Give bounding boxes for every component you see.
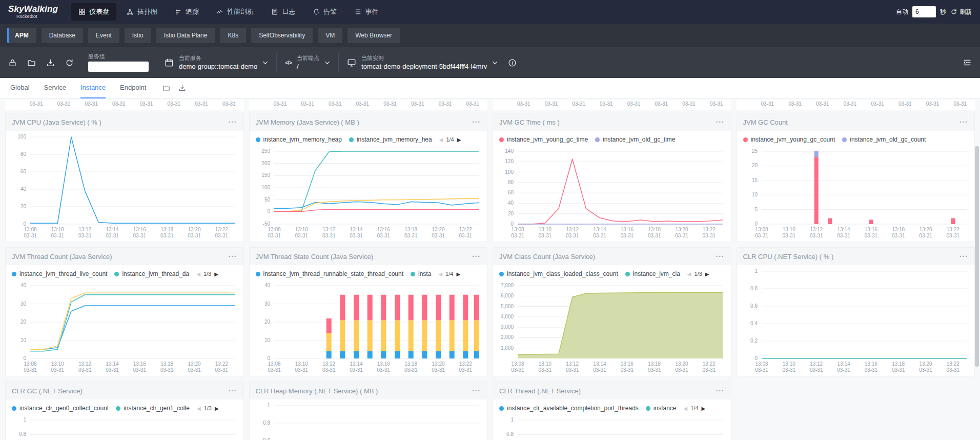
nav-item-event[interactable]: 事件 xyxy=(347,3,385,21)
chart-canvas[interactable]: 051015202513:0803-3113:1003-3113:1203-31… xyxy=(737,145,975,242)
chart-canvas[interactable]: 00.20.40.60.8113:0803-3113:1003-3113:120… xyxy=(493,414,731,440)
instance-selector[interactable]: 当前实例 tomcat-demo-deployment-5bdf44fff4-l… xyxy=(338,53,506,72)
legend-item[interactable]: instance_jvm_memory_heap xyxy=(256,136,342,143)
legend-next-icon[interactable]: ▶ xyxy=(457,137,461,143)
dashboard-tab-istio-data-plane[interactable]: Istio Data Plane xyxy=(156,28,215,43)
dashboard-tab-event[interactable]: Event xyxy=(88,28,119,43)
dashboard-tab-apm[interactable]: APM xyxy=(7,28,36,43)
legend-next-icon[interactable]: ▶ xyxy=(215,406,219,411)
legend-next-icon[interactable]: ▶ xyxy=(214,271,218,277)
chart-canvas[interactable]: 02040608010013:0803-3113:1003-3113:1203-… xyxy=(6,131,243,242)
card-menu-icon[interactable]: ··· xyxy=(229,118,237,126)
legend-item[interactable]: instance_jvm_young_gc_time xyxy=(499,136,588,143)
dashboard-tab-web-browser[interactable]: Web Browser xyxy=(348,28,400,43)
tab-endpoint[interactable]: Endpoint xyxy=(120,78,146,98)
legend-item[interactable]: instance_clr_gen1_colle xyxy=(116,405,190,412)
card-menu-icon[interactable]: ··· xyxy=(959,252,968,261)
lock-icon[interactable] xyxy=(8,58,17,67)
tab-service[interactable]: Service xyxy=(44,78,66,98)
card-menu-icon[interactable]: ··· xyxy=(716,252,725,261)
tab-instance[interactable]: Instance xyxy=(80,78,106,98)
legend-prev-icon[interactable]: ◀ xyxy=(684,406,688,411)
chevron-down-icon xyxy=(324,60,330,66)
nav-item-label: 事件 xyxy=(365,7,378,16)
card-menu-icon[interactable]: ··· xyxy=(959,118,968,126)
legend-item[interactable]: instance_jvm_old_gc_count xyxy=(842,136,926,143)
dashboard-tab-database[interactable]: Database xyxy=(42,28,83,43)
legend-prev-icon[interactable]: ◀ xyxy=(439,137,443,143)
legend-prev-icon[interactable]: ◀ xyxy=(438,271,442,277)
nav-item-trace[interactable]: 追踪 xyxy=(168,3,206,21)
vertical-scrollbar[interactable] xyxy=(975,146,979,367)
service-selector[interactable]: 当前服务 demo-group::tomcat-demo xyxy=(156,53,276,72)
dashboard-tab-istio[interactable]: Istio xyxy=(125,28,151,43)
svg-text:13:16: 13:16 xyxy=(621,227,634,232)
legend-item[interactable]: instance_jvm_thread_da xyxy=(114,270,189,277)
svg-text:13:08: 13:08 xyxy=(24,361,36,367)
reload-icon[interactable] xyxy=(65,58,74,67)
legend-item[interactable]: instance_jvm_thread_live_count xyxy=(12,270,107,277)
chart-canvas[interactable]: -5005010015020025013:0803-3113:1003-3113… xyxy=(250,145,487,242)
chart-canvas[interactable]: 00.20.40.60.8113:0803-3113:1003-3113:120… xyxy=(737,265,975,376)
dashboard-tab-vm[interactable]: VM xyxy=(318,28,342,43)
folder-icon[interactable] xyxy=(162,84,170,92)
chevron-down-icon xyxy=(262,60,268,66)
nav-item-dashboard[interactable]: 仪表盘 xyxy=(71,3,116,21)
svg-text:03-31: 03-31 xyxy=(160,367,174,373)
svg-text:50: 50 xyxy=(264,197,270,203)
legend-item[interactable]: instance_jvm_cla xyxy=(625,270,680,277)
svg-text:0.6: 0.6 xyxy=(750,303,758,309)
legend-dot xyxy=(499,272,504,276)
legend-prev-icon[interactable]: ◀ xyxy=(687,271,691,277)
card-menu-icon[interactable]: ··· xyxy=(472,118,481,126)
legend-prev-icon[interactable]: ◀ xyxy=(196,271,200,277)
legend-item[interactable]: instance_jvm_old_gc_time xyxy=(595,136,675,143)
legend-item[interactable]: instance_jvm_young_gc_count xyxy=(743,136,835,143)
chart-canvas[interactable]: 02040608010012014013:0803-3113:1003-3113… xyxy=(493,145,731,242)
dashboard-tab-k8s[interactable]: K8s xyxy=(220,28,246,43)
svg-text:03-31: 03-31 xyxy=(78,233,92,238)
legend-item[interactable]: instance_jvm_thread_runnable_state_threa… xyxy=(256,270,404,277)
dashboard-tab-selfobservability[interactable]: SelfObservability xyxy=(251,28,313,43)
legend-next-icon[interactable]: ▶ xyxy=(456,271,460,277)
legend-item[interactable]: instance_jvm_class_loaded_class_count xyxy=(499,270,618,277)
info-icon[interactable] xyxy=(508,58,517,67)
legend-next-icon[interactable]: ▶ xyxy=(705,271,709,277)
card-menu-icon[interactable]: ··· xyxy=(229,252,237,261)
nav-item-log[interactable]: 日志 xyxy=(264,3,302,21)
legend-item[interactable]: instance xyxy=(646,405,677,412)
service-group-input[interactable] xyxy=(88,62,149,72)
legend-dot xyxy=(625,272,630,276)
auto-interval-input[interactable] xyxy=(912,6,936,17)
chart-canvas[interactable]: 1,0002,0003,0004,0005,0006,0007,00013:08… xyxy=(493,279,731,376)
nav-item-profile[interactable]: 性能剖析 xyxy=(209,3,261,21)
card-menu-icon[interactable]: ··· xyxy=(472,252,481,261)
legend-item[interactable]: instance_clr_available_completion_port_t… xyxy=(499,405,639,412)
legend-item[interactable]: instance_jvm_memory_hea xyxy=(349,136,432,143)
card-menu-icon[interactable]: ··· xyxy=(472,387,481,395)
card-menu-icon[interactable]: ··· xyxy=(229,387,237,395)
legend-item[interactable]: insta xyxy=(411,270,431,277)
export-icon[interactable] xyxy=(46,58,55,67)
download-icon[interactable] xyxy=(178,84,186,92)
card-menu-icon[interactable]: ··· xyxy=(716,118,725,126)
tab-global[interactable]: Global xyxy=(10,78,30,98)
card-menu-icon[interactable]: ··· xyxy=(716,387,725,395)
refresh-button[interactable]: 刷新 xyxy=(950,8,972,16)
endpoint-selector[interactable]: </> 当前端点 / xyxy=(276,53,338,72)
legend-item[interactable]: instance_clr_gen0_collect_count xyxy=(12,405,109,412)
nav-item-alarm[interactable]: 告警 xyxy=(305,3,344,21)
collapse-panel-icon[interactable] xyxy=(963,58,972,67)
card-header: JVM GC Time ( ms )··· xyxy=(493,113,731,131)
chart-canvas[interactable]: 00.20.40.60.8113:0803-3113:1003-3113:120… xyxy=(6,414,243,440)
legend-prev-icon[interactable]: ◀ xyxy=(197,406,201,411)
logo[interactable]: SkyWalking Rocketbot xyxy=(8,5,58,19)
folder-icon[interactable] xyxy=(27,58,36,67)
svg-text:13:20: 13:20 xyxy=(919,227,932,232)
chart-canvas[interactable]: 01020304013:0803-3113:1003-3113:1203-311… xyxy=(6,279,243,376)
card-title: JVM CPU (Java Service) ( % ) xyxy=(12,118,101,126)
legend-next-icon[interactable]: ▶ xyxy=(702,406,706,411)
chart-canvas[interactable]: 01020304013:0803-3113:1003-3113:1203-311… xyxy=(250,279,487,376)
nav-item-topology[interactable]: 拓扑图 xyxy=(119,3,165,21)
chart-canvas[interactable]: 00.20.40.60.8113:0803-3113:1003-3113:120… xyxy=(250,399,487,440)
